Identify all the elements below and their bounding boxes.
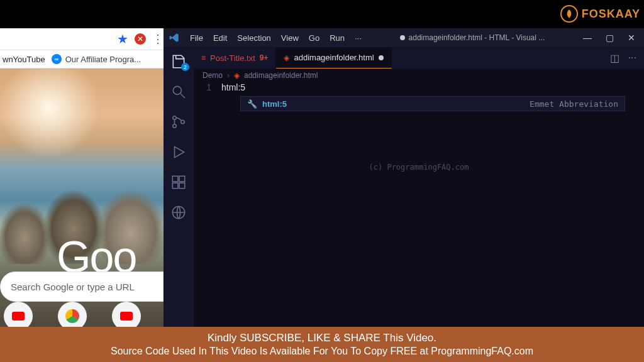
more-actions-icon[interactable]: ··· xyxy=(628,52,636,64)
search-input[interactable]: Search Google or type a URL xyxy=(0,272,164,302)
svg-point-2 xyxy=(173,116,176,119)
wrench-icon: 🔧 xyxy=(247,99,257,109)
modified-dot-icon xyxy=(400,35,405,40)
tab-label: Post-Title.txt xyxy=(210,53,255,63)
menu-view[interactable]: View xyxy=(281,33,299,43)
suggest-hint: Emmet Abbreviation xyxy=(530,99,618,109)
line-content[interactable]: html:5 xyxy=(221,82,245,92)
chrome-window: ★ ✕ ⋮ wnYouTube ∞ Our Affiliate Progra..… xyxy=(0,28,164,333)
vscode-logo-icon xyxy=(164,32,185,43)
explorer-icon[interactable]: 2 xyxy=(170,53,187,70)
modified-dot-icon xyxy=(379,55,384,60)
watermark-text: (c) ProgrammingFAQ.com xyxy=(369,163,469,172)
code-line[interactable]: 1 html:5 xyxy=(194,82,644,92)
video-top-bar: FOSKAAY xyxy=(0,0,644,28)
vscode-window: File Edit Selection View Go Run ··· addi… xyxy=(164,28,644,327)
svg-rect-6 xyxy=(179,176,185,182)
brand-icon xyxy=(560,5,578,23)
code-editor[interactable]: 1 html:5 🔧 html:5 Emmet Abbreviation (c)… xyxy=(194,82,644,327)
banner-line2: Source Code Used In This Video Is Availa… xyxy=(111,346,533,357)
brand: FOSKAAY xyxy=(560,5,640,23)
maximize-button[interactable]: ▢ xyxy=(606,33,614,43)
chrome-new-tab-page: Goo Search Google or type a URL xyxy=(0,69,164,333)
banner-line1: Kindly SUBSCRIBE, LIKE & SHARE This Vide… xyxy=(208,332,436,344)
menu-selection[interactable]: Selection xyxy=(237,33,270,43)
svg-rect-7 xyxy=(172,183,178,189)
menu-more[interactable]: ··· xyxy=(355,33,362,43)
search-placeholder: Search Google or type a URL xyxy=(11,282,135,292)
svg-line-1 xyxy=(180,94,185,98)
vscode-title-bar: File Edit Selection View Go Run ··· addi… xyxy=(164,28,644,47)
source-control-icon[interactable] xyxy=(170,114,187,130)
youtube-icon xyxy=(12,312,25,321)
search-icon[interactable] xyxy=(170,84,187,100)
minimize-button[interactable]: — xyxy=(583,33,592,43)
editor-actions: ◫ ··· xyxy=(610,52,644,64)
bookmark-item[interactable]: wnYouTube xyxy=(3,55,45,64)
menu-go[interactable]: Go xyxy=(309,33,319,43)
suggest-label[interactable]: html:5 xyxy=(262,99,287,109)
svg-rect-8 xyxy=(179,183,185,189)
line-number: 1 xyxy=(194,82,221,92)
window-title: addimageinfolder.html - HTML - Visual ..… xyxy=(362,33,583,42)
run-debug-icon[interactable] xyxy=(170,144,187,160)
close-button[interactable]: ✕ xyxy=(628,33,635,43)
svg-point-4 xyxy=(181,120,184,123)
text-file-icon: ≡ xyxy=(201,53,206,62)
bookmark-star-icon[interactable]: ★ xyxy=(117,31,128,47)
bookmark-item[interactable]: ∞ Our Affiliate Progra... xyxy=(52,54,141,64)
breadcrumb-root[interactable]: Demo xyxy=(203,71,223,80)
window-controls: — ▢ ✕ xyxy=(583,33,644,43)
html-file-icon: ◈ xyxy=(234,71,240,80)
extension-badge-icon[interactable]: ✕ xyxy=(135,33,146,45)
editor-tabs: ≡ Post-Title.txt 9+ ◈ addimageinfolder.h… xyxy=(194,47,644,69)
video-banner: Kindly SUBSCRIBE, LIKE & SHARE This Vide… xyxy=(0,327,644,362)
menu-file[interactable]: File xyxy=(190,33,203,43)
chevron-right-icon: › xyxy=(227,71,230,80)
bookmark-favicon-icon: ∞ xyxy=(52,54,62,64)
brand-text: FOSKAAY xyxy=(582,8,640,21)
svg-point-0 xyxy=(173,86,181,94)
chrome-icon xyxy=(65,309,79,323)
tab-post-title[interactable]: ≡ Post-Title.txt 9+ xyxy=(194,47,276,69)
bookmarks-bar: wnYouTube ∞ Our Affiliate Progra... xyxy=(0,50,164,69)
breadcrumb-file[interactable]: addimageinfolder.html xyxy=(244,71,318,80)
html-file-icon: ◈ xyxy=(284,53,289,62)
editor-area: ≡ Post-Title.txt 9+ ◈ addimageinfolder.h… xyxy=(194,47,644,327)
extensions-icon[interactable] xyxy=(170,174,187,190)
menu-bar: File Edit Selection View Go Run ··· xyxy=(185,33,362,43)
menu-run[interactable]: Run xyxy=(330,33,345,43)
bookmark-label: Our Affiliate Progra... xyxy=(65,55,141,64)
tab-addimageinfolder[interactable]: ◈ addimageinfolder.html xyxy=(276,47,391,69)
svg-point-3 xyxy=(173,124,176,128)
live-share-icon[interactable] xyxy=(170,204,187,221)
menu-edit[interactable]: Edit xyxy=(213,33,227,43)
explorer-badge: 2 xyxy=(181,63,189,71)
svg-rect-5 xyxy=(172,176,178,182)
intellisense-popup[interactable]: 🔧 html:5 Emmet Abbreviation xyxy=(240,96,625,111)
chrome-menu-icon[interactable]: ⋮ xyxy=(152,32,164,46)
breadcrumb[interactable]: Demo › ◈ addimageinfolder.html xyxy=(194,69,644,82)
youtube-icon xyxy=(120,312,133,321)
split-editor-icon[interactable]: ◫ xyxy=(610,52,619,64)
chrome-tab-strip: ★ ✕ ⋮ xyxy=(0,28,164,50)
activity-bar: 2 xyxy=(164,47,194,327)
tab-badge: 9+ xyxy=(260,53,269,62)
tab-label: addimageinfolder.html xyxy=(294,53,374,62)
